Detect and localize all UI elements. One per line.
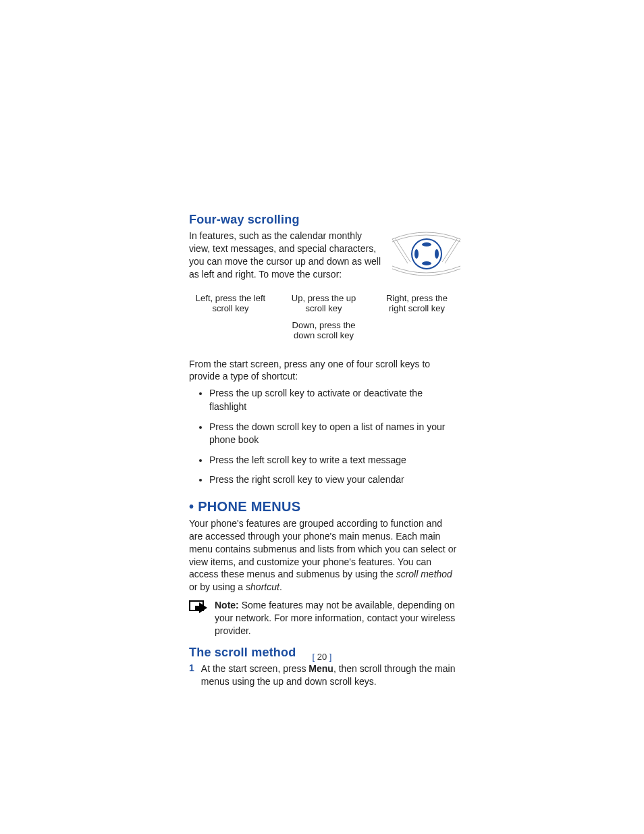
text-run: At the start screen, press <box>201 663 309 674</box>
nav-up-icon <box>422 242 431 246</box>
page-number-value: 20 <box>317 652 327 662</box>
page-number: [ 20 ] <box>0 652 644 662</box>
direction-labels: Left, press the left scroll key Up, pres… <box>189 293 458 347</box>
note-text: Note: Some features may not be available… <box>215 599 458 637</box>
note-block: Note: Some features may not be available… <box>189 599 458 637</box>
list-item: Press the up scroll key to activate or d… <box>209 387 458 413</box>
section-phone-menus: PHONE MENUS Your phone's features are gr… <box>189 499 458 637</box>
step-text: At the start screen, press Menu, then sc… <box>201 662 458 688</box>
list-item: Press the right scroll key to view your … <box>209 473 458 487</box>
direction-left-text: Left, press the left scroll key <box>191 293 271 313</box>
section-four-way-scrolling: Four-way scrolling In features, such as … <box>189 213 458 487</box>
direction-up-text: Up, press the up scroll key <box>284 293 364 313</box>
shortcut-intro: From the start screen, press any one of … <box>189 358 458 384</box>
nav-right-icon <box>435 249 439 259</box>
note-icon <box>189 600 208 615</box>
ordered-step: 1 At the start screen, press Menu, then … <box>189 662 458 688</box>
direction-right: Right, press the right scroll key <box>377 293 457 347</box>
text-italic: shortcut <box>246 581 279 592</box>
document-page: Four-way scrolling In features, such as … <box>0 0 644 834</box>
heading-phone-menus: PHONE MENUS <box>189 499 458 515</box>
nav-pad-illustration <box>391 230 462 278</box>
nav-down-icon <box>422 261 431 265</box>
text-italic: scroll method <box>396 569 452 579</box>
shortcut-list: Press the up scroll key to activate or d… <box>192 387 458 487</box>
direction-center: Up, press the up scroll key Down, press … <box>284 293 364 347</box>
note-body: Some features may not be available, depe… <box>215 600 455 636</box>
direction-right-text: Right, press the right scroll key <box>377 293 457 313</box>
list-item: Press the left scroll key to write a tex… <box>209 454 458 467</box>
note-label: Note: <box>215 600 239 610</box>
direction-left: Left, press the left scroll key <box>191 293 271 347</box>
nav-left-icon <box>414 249 419 259</box>
text-bold: Menu <box>308 663 333 674</box>
intro-row: In features, such as the calendar monthl… <box>189 230 458 281</box>
text-run: or by using a <box>189 581 246 592</box>
intro-paragraph: In features, such as the calendar monthl… <box>189 230 385 281</box>
text-run: . <box>279 581 282 592</box>
phone-menus-paragraph: Your phone's features are grouped accord… <box>189 517 458 594</box>
step-number: 1 <box>189 662 194 673</box>
list-item: Press the down scroll key to open a list… <box>209 421 458 447</box>
direction-down-text: Down, press the down scroll key <box>284 320 364 340</box>
heading-four-way-scrolling: Four-way scrolling <box>189 213 458 227</box>
